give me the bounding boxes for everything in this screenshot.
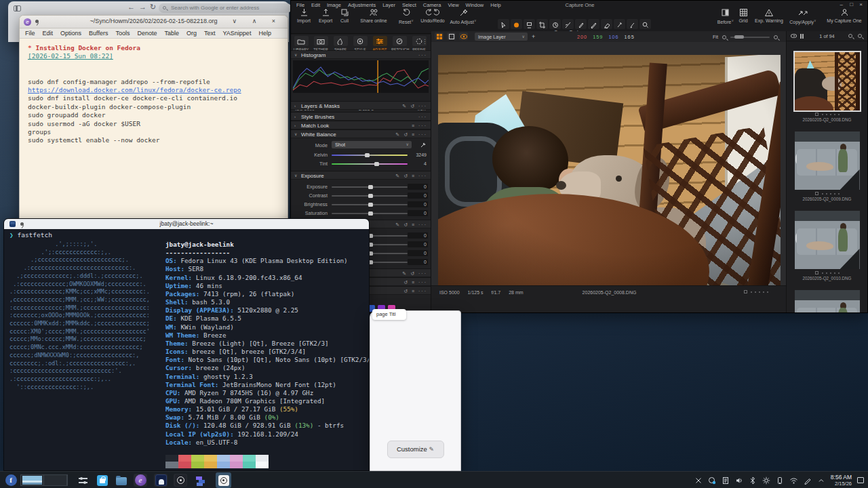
emacs-menu-item[interactable]: Buffers: [89, 30, 108, 37]
more-icon[interactable]: ···: [418, 104, 427, 108]
cursor-tool-select[interactable]: [498, 19, 509, 29]
layer-visibility-icon[interactable]: [459, 33, 468, 40]
emacs-menu-item[interactable]: YASnippet: [223, 30, 252, 37]
reset-button[interactable]: Reset∨: [397, 8, 416, 24]
emacs-menu-item[interactable]: Table: [164, 30, 179, 37]
tray-volume-icon[interactable]: [735, 476, 743, 485]
undo-redo-buttons[interactable]: Undo/Redo: [418, 8, 447, 23]
taskbar-blocks-app[interactable]: [194, 474, 208, 487]
auto-adjust-button[interactable]: Auto Adjust∨: [450, 8, 477, 24]
terminal-content[interactable]: ❯ fastfetch .',;::::;,'. .';:ccccccccccc…: [4, 229, 369, 471]
tab-tether[interactable]: TETHER: [312, 35, 330, 52]
exposure-warning-toggle[interactable]: Exp. Warning: [752, 8, 786, 23]
taskbar-capture-one-active[interactable]: [216, 472, 231, 488]
filter-loupe-icon[interactable]: [848, 34, 852, 38]
tray-stylus-icon[interactable]: [804, 476, 812, 485]
taskbar-rings-app[interactable]: [174, 474, 187, 487]
emacs-menu-item[interactable]: Text: [204, 30, 216, 37]
histogram-header[interactable]: ∨Histogram···: [291, 50, 431, 59]
wb-picker-icon[interactable]: [420, 142, 427, 148]
wb-kelvin-row[interactable]: Kelvin 3249: [291, 150, 431, 159]
tray-status-icon[interactable]: [708, 476, 716, 485]
cursor-tool-draw-mask[interactable]: [588, 19, 599, 29]
tab-adjust[interactable]: ADJUST: [371, 35, 389, 52]
reset-icon[interactable]: ↺: [410, 104, 416, 108]
emacs-menu-item[interactable]: Org: [186, 30, 197, 37]
taskbar-dolphin[interactable]: [115, 474, 128, 487]
menu-item[interactable]: Edit: [311, 2, 320, 8]
menu-item[interactable]: Layer: [382, 2, 395, 8]
desktop-2[interactable]: [44, 475, 67, 485]
slider-row[interactable]: Brightness0: [291, 200, 431, 209]
thumbnail-item[interactable]: 20260205-Q2_0009.DNG: [792, 131, 863, 201]
match-look-header[interactable]: ›Match Look≡ ···: [291, 121, 431, 129]
cursor-tool-clone[interactable]: [524, 19, 535, 29]
cursor-tool-heal[interactable]: [614, 19, 625, 29]
back-button[interactable]: ←: [127, 3, 135, 11]
taskbar-system-settings[interactable]: [76, 474, 90, 487]
cull-button[interactable]: Cull: [336, 8, 353, 23]
search-loupe-icon[interactable]: [858, 34, 862, 38]
cursor-tool-spot[interactable]: [575, 19, 587, 29]
tray-device-icon[interactable]: [776, 476, 784, 485]
tray-expand-icon[interactable]: [817, 476, 825, 485]
tray-wifi-icon[interactable]: [789, 476, 798, 485]
cursor-tool-erase-mask[interactable]: [601, 19, 612, 29]
photo-star-rating[interactable]: [751, 291, 768, 293]
menu-item[interactable]: View: [448, 2, 458, 8]
white-balance-header[interactable]: ∨White Balance✎ ↺ ≡ ···: [291, 129, 431, 138]
menu-item[interactable]: Camera: [423, 2, 441, 8]
thumbnail-item[interactable]: [792, 290, 863, 312]
maximize-button[interactable]: □: [850, 1, 853, 7]
minimize-button[interactable]: –: [840, 1, 843, 7]
slider-row[interactable]: Saturation0: [291, 209, 431, 218]
image-layer-dropdown[interactable]: Image Layer∨: [475, 33, 528, 41]
exposure-header[interactable]: ∨Exposure✎ ↺ ≡ ···: [291, 171, 431, 180]
menu-item[interactable]: File: [296, 2, 304, 8]
tray-clipboard-icon[interactable]: [722, 476, 730, 485]
emacs-buffer[interactable]: * Installing Docker on Fedora [2026-02-1…: [20, 39, 288, 145]
cursor-tool-straighten[interactable]: [562, 19, 574, 29]
tab-library[interactable]: LIBRARY: [292, 35, 310, 52]
style-brushes-header[interactable]: ›Style Brushes···: [291, 112, 431, 121]
menu-item[interactable]: Window: [466, 2, 484, 8]
page-dialog-tab[interactable]: page Titl: [372, 309, 406, 320]
emacs-menu-item[interactable]: Edit: [43, 30, 54, 37]
zoom-out-icon[interactable]: [722, 35, 726, 39]
tab-shape[interactable]: SHAPE: [332, 35, 349, 52]
layer-square-icon[interactable]: [447, 33, 456, 40]
emacs-titlebar[interactable]: e ~/Sync/Howm/2026/02/2026-02-15-082218.…: [20, 16, 288, 28]
emacs-menu-item[interactable]: File: [25, 30, 35, 37]
close-button[interactable]: ×: [859, 1, 863, 7]
app-launcher-fedora[interactable]: f: [4, 474, 18, 487]
photo-checkbox[interactable]: [744, 290, 747, 293]
forward-button[interactable]: →: [139, 3, 146, 11]
cursor-tool-loupe[interactable]: [639, 19, 651, 29]
thumbnail-item[interactable]: 20260205-Q2_0010.DNG: [792, 211, 863, 281]
emacs-menu-item[interactable]: Options: [60, 30, 81, 37]
emacs-menu-item[interactable]: Help: [258, 30, 271, 37]
layers-masks-header[interactable]: ›Layers & Masks✎ ↺ ···: [291, 101, 431, 110]
taskbar-ghostty[interactable]: [154, 474, 167, 487]
thumb-star-rating[interactable]: [822, 114, 840, 115]
zoom-slider[interactable]: [730, 37, 770, 38]
export-button[interactable]: Export: [315, 8, 336, 23]
photo-main[interactable]: [438, 55, 781, 285]
thumbnail-item[interactable]: 20260205-Q2_0008.DNG: [792, 52, 863, 122]
thumb-star-rating[interactable]: [822, 272, 840, 274]
grid-toggle[interactable]: Grid: [735, 8, 751, 23]
show-desktop-button[interactable]: [857, 477, 864, 483]
thumb-checkbox[interactable]: [815, 192, 818, 195]
emacs-menu-item[interactable]: Denote: [137, 30, 157, 37]
share-online-button[interactable]: Share online: [356, 8, 391, 23]
fit-label[interactable]: Fit: [713, 34, 718, 40]
tray-brightness-icon[interactable]: [762, 476, 770, 485]
tray-tools-icon[interactable]: [694, 476, 703, 485]
import-button[interactable]: Import: [294, 8, 314, 23]
edit-icon[interactable]: ✎: [402, 104, 408, 108]
menu-item[interactable]: Adjustments: [348, 2, 376, 8]
wb-tint-row[interactable]: Tint 4: [291, 159, 431, 168]
wb-mode-dropdown[interactable]: Shot∨: [332, 141, 412, 148]
browser-search-input[interactable]: Search with Google or enter address: [159, 3, 292, 13]
taskbar-discover[interactable]: [96, 474, 109, 487]
